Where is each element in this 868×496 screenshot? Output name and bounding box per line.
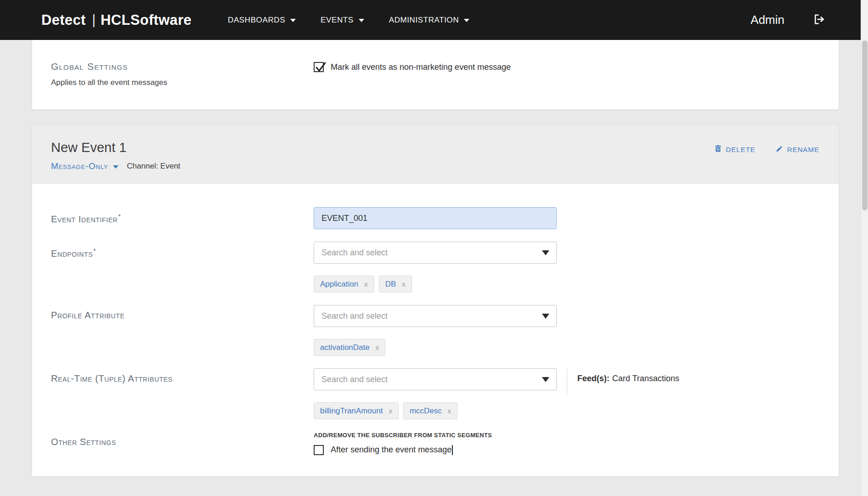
pencil-icon	[776, 145, 783, 154]
event-card: New Event 1 Message-Only Channel: Event …	[32, 124, 839, 477]
tag-application: Application x	[314, 276, 374, 293]
endpoints-label: Endpoints*	[51, 242, 314, 293]
logout-icon	[813, 13, 826, 28]
non-marketing-checkbox[interactable]	[314, 62, 324, 72]
endpoints-select[interactable]: Search and select	[314, 242, 557, 264]
other-settings-label: Other Settings	[51, 432, 314, 455]
global-settings-title: Global Settings	[51, 61, 314, 72]
dropdown-caret-icon	[542, 314, 549, 319]
navbar-right: Admin	[750, 13, 826, 28]
endpoints-select-placeholder: Search and select	[321, 248, 388, 258]
event-subrow: Message-Only Channel: Event	[51, 161, 180, 171]
event-card-header-left: New Event 1 Message-Only Channel: Event	[51, 140, 180, 171]
event-title: New Event 1	[51, 140, 180, 155]
chevron-down-icon[interactable]	[113, 165, 118, 169]
dropdown-caret-icon	[542, 250, 549, 255]
realtime-attributes-tags: billingTranAmount x mccDesc x	[314, 402, 557, 419]
rename-button-label: RENAME	[787, 146, 819, 153]
global-settings-subtitle: Applies to all the event messages	[51, 78, 314, 87]
vertical-divider	[567, 368, 567, 395]
user-menu[interactable]: Admin	[750, 13, 784, 27]
profile-attribute-row: Profile Attribute Search and select acti…	[51, 305, 819, 356]
brand-separator: |	[92, 12, 96, 28]
nav-item-administration-label: ADMINISTRATION	[389, 16, 459, 25]
realtime-attributes-select-placeholder: Search and select	[321, 375, 388, 384]
tag-db: DB x	[379, 276, 412, 293]
profile-attribute-select[interactable]: Search and select	[314, 305, 557, 327]
brand-secondary: HCLSoftware	[101, 12, 192, 28]
chevron-down-icon	[290, 19, 296, 22]
rename-button[interactable]: RENAME	[776, 145, 819, 154]
channel-mode-dropdown[interactable]: Message-Only	[51, 161, 108, 171]
feeds-info: Feed(s):Card Transactions	[577, 368, 679, 383]
remove-tag-icon[interactable]: x	[402, 280, 406, 288]
required-asterisk: *	[118, 212, 121, 220]
tag-activationdate: activationDate x	[314, 339, 385, 356]
logout-button[interactable]	[813, 13, 826, 28]
tag-billingtranamount: billingTranAmount x	[314, 402, 399, 419]
event-identifier-row: Event Identifier*	[51, 207, 819, 229]
nav-item-administration[interactable]: ADMINISTRATION	[377, 11, 482, 29]
event-card-header: New Event 1 Message-Only Channel: Event …	[32, 125, 839, 184]
non-marketing-checkbox-row: Mark all events as non-marketing event m…	[314, 62, 839, 72]
realtime-attributes-select[interactable]: Search and select	[314, 368, 557, 390]
event-card-body: Event Identifier* Endpoints* Search and …	[32, 184, 839, 476]
non-marketing-checkbox-label[interactable]: Mark all events as non-marketing event m…	[331, 62, 511, 72]
profile-attribute-select-placeholder: Search and select	[321, 311, 388, 321]
after-sending-checkbox[interactable]	[314, 445, 324, 455]
brand-primary: Detect	[41, 12, 86, 28]
page-content: Global Settings Applies to all the event…	[32, 40, 839, 477]
realtime-attributes-row: Real-Time (Tuple) Attributes Search and …	[51, 368, 819, 419]
delete-button[interactable]: DELETE	[715, 145, 755, 154]
after-sending-checkbox-row: After sending the event message	[314, 445, 819, 455]
endpoints-row: Endpoints* Search and select Application…	[51, 242, 819, 293]
profile-attribute-tags: activationDate x	[314, 339, 819, 356]
checkmark-icon	[315, 61, 327, 74]
event-card-actions: DELETE RENAME	[715, 145, 819, 154]
chevron-down-icon	[359, 19, 364, 22]
remove-tag-icon[interactable]: x	[448, 407, 451, 415]
scrollbar[interactable]	[861, 0, 868, 496]
channel-info: Channel: Event	[127, 162, 180, 171]
realtime-attributes-control: Search and select billingTranAmount x mc…	[314, 368, 819, 419]
endpoints-tags: Application x DB x	[314, 276, 819, 293]
remove-tag-icon[interactable]: x	[364, 280, 368, 288]
profile-attribute-label: Profile Attribute	[51, 305, 314, 356]
dropdown-caret-icon	[542, 377, 549, 382]
app-logo: Detect | HCLSoftware	[41, 12, 192, 28]
nav-item-events[interactable]: EVENTS	[308, 11, 377, 29]
main-nav: DASHBOARDS EVENTS ADMINISTRATION	[215, 11, 482, 29]
feeds-value: Card Transactions	[612, 374, 679, 383]
nav-item-events-label: EVENTS	[321, 16, 354, 25]
top-navbar: Detect | HCLSoftware DASHBOARDS EVENTS A…	[0, 0, 868, 40]
trash-icon	[715, 145, 721, 154]
feeds-label: Feed(s):	[577, 374, 609, 383]
global-settings-card: Global Settings Applies to all the event…	[32, 40, 839, 110]
after-sending-checkbox-label[interactable]: After sending the event message	[331, 445, 453, 455]
text-cursor	[452, 445, 453, 455]
remove-tag-icon[interactable]: x	[389, 407, 392, 415]
required-asterisk: *	[93, 247, 96, 254]
other-settings-row: Other Settings ADD/REMOVE THE SUBSCRIBER…	[51, 432, 819, 455]
event-identifier-label: Event Identifier*	[51, 207, 314, 229]
scrollbar-thumb[interactable]	[862, 40, 868, 210]
event-identifier-input[interactable]	[314, 207, 557, 229]
global-settings-info: Global Settings Applies to all the event…	[51, 61, 314, 87]
tag-mccdesc: mccDesc x	[403, 402, 457, 419]
nav-item-dashboards-label: DASHBOARDS	[228, 16, 285, 25]
remove-tag-icon[interactable]: x	[376, 344, 379, 351]
static-segments-heading: ADD/REMOVE THE SUBSCRIBER FROM STATIC SE…	[314, 432, 819, 439]
nav-item-dashboards[interactable]: DASHBOARDS	[215, 11, 308, 29]
delete-button-label: DELETE	[726, 146, 755, 153]
realtime-attributes-label: Real-Time (Tuple) Attributes	[51, 368, 314, 419]
chevron-down-icon	[464, 19, 469, 22]
